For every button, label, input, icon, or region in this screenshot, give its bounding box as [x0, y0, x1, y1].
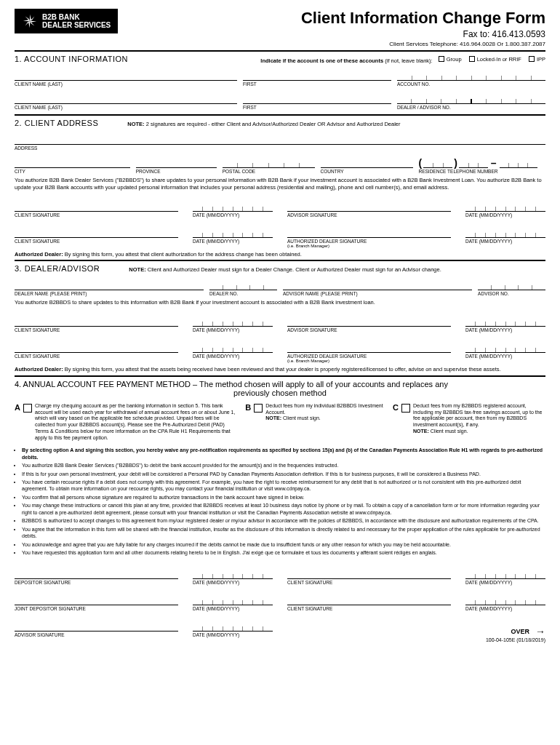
- over-label: OVER: [511, 628, 529, 635]
- s4-date-2[interactable]: [465, 569, 545, 579]
- residence-phone[interactable]: ( ) –: [419, 158, 546, 168]
- city[interactable]: [15, 158, 130, 168]
- dealer-name[interactable]: [15, 280, 204, 290]
- brand-line1: B2B BANK: [42, 13, 111, 21]
- dealer-advisor-no[interactable]: [397, 94, 545, 104]
- client-sig-2[interactable]: [15, 228, 178, 238]
- s3-auth-dealer-sig[interactable]: [287, 343, 451, 353]
- client-last-2[interactable]: [15, 94, 237, 104]
- postal-code[interactable]: [223, 158, 315, 168]
- account-no[interactable]: [397, 71, 545, 81]
- option-c-checkbox[interactable]: [401, 404, 410, 413]
- date-4[interactable]: [465, 228, 545, 238]
- s2-auth-text: You authorize B2B Bank Dealer Services (…: [15, 177, 545, 191]
- s3-date-4[interactable]: [465, 343, 545, 353]
- depositor-sig[interactable]: [15, 569, 178, 579]
- dealer-no[interactable]: [209, 280, 277, 290]
- fax-line: Fax to: 416.413.0593: [301, 29, 545, 39]
- checkbox-group[interactable]: Group: [439, 56, 462, 63]
- s3-date-1[interactable]: [193, 316, 273, 327]
- joint-depositor-sig[interactable]: [15, 595, 178, 605]
- pinwheel-icon: [22, 13, 38, 29]
- section2-heading: 2. CLIENT ADDRESS: [15, 119, 98, 127]
- date-2[interactable]: [465, 202, 545, 212]
- s4-client-sig-1[interactable]: [287, 569, 451, 579]
- section1-heading: 1. ACCOUNT INFORMATION: [15, 55, 128, 63]
- s4-date-5[interactable]: [193, 621, 273, 632]
- checkbox-locked[interactable]: Locked-In or RRIF: [469, 56, 521, 63]
- client-sig-1[interactable]: [15, 202, 178, 212]
- section3-heading: 3. DEALER/ADVISOR: [15, 264, 100, 273]
- s3-auth-text: You authorize B2BBDS to share updates to…: [15, 299, 545, 306]
- checkbox-ipp[interactable]: IPP: [529, 56, 545, 63]
- option-b-checkbox[interactable]: [254, 404, 263, 413]
- advisor-no[interactable]: [478, 280, 545, 290]
- arrow-right-icon: →: [535, 626, 545, 637]
- s4-client-sig-2[interactable]: [287, 595, 451, 605]
- s4-date-4[interactable]: [465, 595, 545, 605]
- s3-date-3[interactable]: [193, 343, 273, 353]
- first-2[interactable]: [243, 94, 391, 104]
- first-1[interactable]: [243, 71, 391, 81]
- section4-sub: previously chosen method: [15, 389, 545, 397]
- s4-date-1[interactable]: [193, 569, 273, 579]
- form-id: 100-04-105E (01/18/2019): [465, 637, 545, 642]
- indicate-text: Indicate if the account is one of these …: [260, 56, 545, 64]
- date-1[interactable]: [193, 202, 273, 212]
- client-last-1[interactable]: [15, 71, 237, 81]
- form-title: Client Information Change Form: [301, 9, 545, 28]
- option-a-checkbox[interactable]: [23, 404, 32, 413]
- advisor-name[interactable]: [283, 280, 472, 290]
- section4-heading: 4. ANNUAL ACCOUNT FEE PAYMENT METHOD – T…: [15, 380, 545, 389]
- date-3[interactable]: [193, 228, 273, 238]
- country[interactable]: [321, 158, 413, 168]
- s4-date-3[interactable]: [193, 595, 273, 605]
- s3-client-sig-1[interactable]: [15, 316, 178, 327]
- terms-bullets: By selecting option A and signing this s…: [15, 447, 545, 556]
- province[interactable]: [136, 158, 217, 168]
- address[interactable]: [15, 135, 545, 145]
- s3-advisor-sig-1[interactable]: [287, 316, 451, 327]
- brand-line2: DEALER SERVICES: [42, 21, 111, 29]
- s3-date-2[interactable]: [465, 316, 545, 327]
- auth-dealer-sig-1[interactable]: [287, 228, 451, 238]
- header: B2B BANK DEALER SERVICES Client Informat…: [15, 9, 545, 47]
- s4-advisor-sig[interactable]: [15, 621, 178, 632]
- advisor-sig-1[interactable]: [287, 202, 451, 212]
- s3-client-sig-2[interactable]: [15, 343, 178, 353]
- brand-logo: B2B BANK DEALER SERVICES: [15, 9, 118, 33]
- phone-line: Client Services Telephone: 416.964.0028 …: [301, 41, 545, 47]
